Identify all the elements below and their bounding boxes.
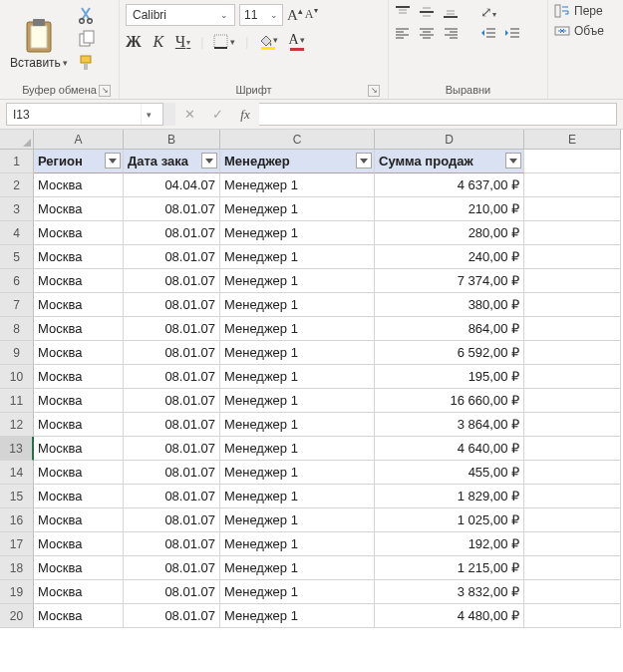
align-top-icon[interactable] <box>395 5 411 19</box>
cell[interactable] <box>524 245 621 269</box>
cell[interactable]: Москва <box>34 508 124 532</box>
clipboard-dialog-launcher[interactable]: ↘ <box>99 85 111 97</box>
cancel-formula-button[interactable]: ✕ <box>175 107 203 122</box>
cell[interactable]: 6 592,00 ₽ <box>375 341 524 365</box>
row-header[interactable]: 12 <box>0 413 34 437</box>
align-center-icon[interactable] <box>419 26 435 40</box>
cell[interactable] <box>524 604 621 628</box>
row-header[interactable]: 16 <box>0 508 34 532</box>
cell[interactable]: 192,00 ₽ <box>375 532 524 556</box>
cell[interactable]: Москва <box>34 556 124 580</box>
bold-button[interactable]: Ж <box>126 33 142 51</box>
cell[interactable]: 240,00 ₽ <box>375 245 524 269</box>
cell[interactable]: Менеджер 1 <box>220 269 375 293</box>
font-size-select[interactable]: 11 ⌄ <box>239 4 283 26</box>
cell[interactable]: Менеджер 1 <box>220 245 375 269</box>
row-header[interactable]: 4 <box>0 221 34 245</box>
cell[interactable] <box>524 293 621 317</box>
cell[interactable]: Менеджер 1 <box>220 317 375 341</box>
cell[interactable]: 3 832,00 ₽ <box>375 580 524 604</box>
italic-button[interactable]: К <box>152 33 165 51</box>
filter-button[interactable] <box>105 153 121 168</box>
cell[interactable]: 1 829,00 ₽ <box>375 485 524 508</box>
font-name-select[interactable]: Calibri ⌄ <box>126 4 235 26</box>
cell[interactable]: Москва <box>34 245 124 269</box>
cell[interactable] <box>524 173 621 197</box>
cell[interactable]: Менеджер 1 <box>220 556 375 580</box>
cell[interactable]: 08.01.07 <box>124 508 220 532</box>
cell[interactable]: 864,00 ₽ <box>375 317 524 341</box>
col-header[interactable]: A <box>34 130 124 150</box>
cell[interactable]: Менеджер 1 <box>220 341 375 365</box>
cell[interactable]: 4 637,00 ₽ <box>375 173 524 197</box>
cell[interactable]: Менеджер 1 <box>220 532 375 556</box>
row-header[interactable]: 8 <box>0 317 34 341</box>
cell[interactable]: Москва <box>34 532 124 556</box>
cell[interactable]: 08.01.07 <box>124 604 220 628</box>
row-header[interactable]: 5 <box>0 245 34 269</box>
align-right-icon[interactable] <box>443 26 459 40</box>
row-header[interactable]: 14 <box>0 461 34 485</box>
cell[interactable] <box>524 221 621 245</box>
cell[interactable] <box>524 197 621 221</box>
cell[interactable]: Москва <box>34 461 124 485</box>
row-header[interactable]: 11 <box>0 389 34 413</box>
copy-icon[interactable] <box>78 30 96 48</box>
cell[interactable]: Менеджер 1 <box>220 173 375 197</box>
cell[interactable]: Менеджер 1 <box>220 221 375 245</box>
filter-button[interactable] <box>201 153 217 168</box>
cell[interactable]: 1 215,00 ₽ <box>375 556 524 580</box>
col-header[interactable]: E <box>524 130 621 150</box>
cell[interactable]: 08.01.07 <box>124 580 220 604</box>
filter-button[interactable] <box>505 153 521 168</box>
cell[interactable]: 380,00 ₽ <box>375 293 524 317</box>
cell[interactable] <box>524 437 621 461</box>
cell[interactable] <box>524 580 621 604</box>
format-painter-icon[interactable] <box>78 54 96 72</box>
cell[interactable]: Москва <box>34 197 124 221</box>
cell[interactable]: Москва <box>34 293 124 317</box>
cell[interactable]: 16 660,00 ₽ <box>375 389 524 413</box>
cell[interactable]: 08.01.07 <box>124 317 220 341</box>
cell[interactable]: Москва <box>34 604 124 628</box>
cell[interactable]: Менеджер 1 <box>220 365 375 389</box>
col-header[interactable]: B <box>124 130 220 150</box>
table-column-header[interactable]: Регион <box>34 150 124 173</box>
cell[interactable]: 08.01.07 <box>124 437 220 461</box>
wrap-text-button[interactable]: Пере <box>554 4 604 18</box>
cell[interactable]: Москва <box>34 221 124 245</box>
cell[interactable] <box>524 556 621 580</box>
cell[interactable]: Москва <box>34 389 124 413</box>
table-column-header[interactable]: Сумма продаж <box>375 150 524 173</box>
cell[interactable]: Москва <box>34 173 124 197</box>
cell[interactable]: Москва <box>34 413 124 437</box>
font-dialog-launcher[interactable]: ↘ <box>368 85 380 97</box>
cell[interactable] <box>524 389 621 413</box>
borders-button[interactable]: ▾ <box>213 34 235 49</box>
row-header[interactable]: 17 <box>0 532 34 556</box>
row-header[interactable]: 3 <box>0 197 34 221</box>
font-color-button[interactable]: A ▾ <box>288 32 304 51</box>
filter-button[interactable] <box>356 153 372 168</box>
cell[interactable] <box>524 413 621 437</box>
row-header[interactable]: 15 <box>0 485 34 508</box>
cell[interactable]: 08.01.07 <box>124 197 220 221</box>
cell[interactable]: 08.01.07 <box>124 365 220 389</box>
cell[interactable]: Менеджер 1 <box>220 604 375 628</box>
cell[interactable]: Москва <box>34 580 124 604</box>
cell[interactable] <box>524 485 621 508</box>
cell[interactable]: 08.01.07 <box>124 221 220 245</box>
cell[interactable]: 3 864,00 ₽ <box>375 413 524 437</box>
align-middle-icon[interactable] <box>419 5 435 19</box>
cell[interactable]: Менеджер 1 <box>220 413 375 437</box>
cell[interactable]: 08.01.07 <box>124 389 220 413</box>
table-column-header[interactable]: Менеджер <box>220 150 375 173</box>
row-header[interactable]: 6 <box>0 269 34 293</box>
row-header[interactable]: 9 <box>0 341 34 365</box>
cell[interactable]: Москва <box>34 317 124 341</box>
cell[interactable] <box>524 150 621 173</box>
cell[interactable]: 210,00 ₽ <box>375 197 524 221</box>
decrease-font-icon[interactable]: A▾ <box>305 6 318 24</box>
row-header[interactable]: 7 <box>0 293 34 317</box>
cell[interactable]: 08.01.07 <box>124 245 220 269</box>
